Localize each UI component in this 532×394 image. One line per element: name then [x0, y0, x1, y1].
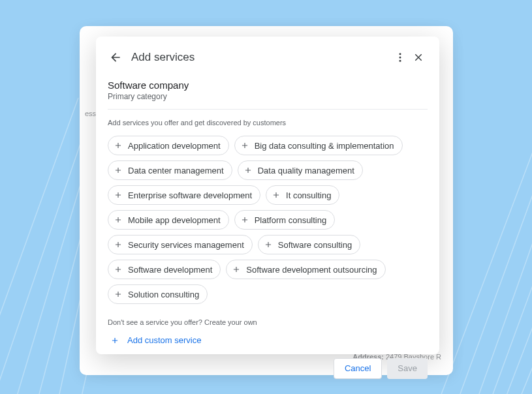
service-chip[interactable]: Software development: [108, 260, 221, 279]
divider: [108, 109, 428, 110]
company-name: Software company: [108, 80, 428, 91]
plus-icon: [114, 290, 123, 299]
cancel-label: Cancel: [345, 363, 371, 373]
plus-icon: [114, 215, 123, 224]
plus-icon: [110, 336, 119, 345]
arrow-back-icon: [109, 51, 122, 64]
services-hint: Add services you offer and get discovere…: [108, 119, 428, 127]
service-chip-label: Software development outsourcing: [246, 265, 377, 275]
svg-line-10: [496, 280, 532, 394]
service-chip[interactable]: Software consulting: [258, 235, 360, 254]
plus-icon: [240, 215, 249, 224]
service-chip-label: It consulting: [286, 190, 331, 200]
svg-line-7: [457, 144, 532, 394]
primary-category-label: Primary category: [108, 92, 428, 101]
service-chip-label: Software development: [128, 265, 212, 275]
service-chip-label: Platform consulting: [255, 215, 327, 225]
close-button[interactable]: [409, 48, 428, 67]
bg-text: ess: [85, 110, 96, 117]
plus-icon: [264, 240, 273, 249]
service-chip-label: Enterprise software development: [128, 190, 252, 200]
add-custom-service-button[interactable]: Add custom service: [108, 335, 201, 345]
cancel-button[interactable]: Cancel: [334, 358, 382, 379]
back-button[interactable]: [108, 50, 123, 65]
save-label: Save: [398, 363, 417, 373]
plus-icon: [114, 166, 123, 175]
svg-line-11: [509, 326, 532, 394]
add-custom-service-label: Add custom service: [127, 335, 201, 345]
service-chips-container: Application developmentBig data consulti…: [108, 136, 428, 304]
service-chip[interactable]: Data quality management: [238, 160, 363, 180]
service-chip-label: Data center management: [128, 166, 224, 175]
service-chip-label: Application development: [128, 141, 221, 151]
service-chip[interactable]: It consulting: [266, 185, 339, 205]
svg-line-1: [0, 130, 85, 394]
service-chip-label: Data quality management: [258, 166, 354, 175]
more-vert-icon: [394, 52, 406, 63]
svg-point-13: [399, 53, 401, 55]
svg-line-9: [483, 235, 532, 394]
plus-icon: [114, 265, 123, 274]
close-icon: [413, 52, 424, 63]
plus-icon: [114, 190, 123, 200]
service-chip[interactable]: Mobile app development: [108, 210, 229, 230]
service-chip[interactable]: Security services management: [108, 235, 253, 254]
svg-line-0: [0, 98, 78, 394]
service-chip-label: Security services management: [128, 240, 244, 250]
plus-icon: [114, 141, 123, 150]
modal-header: Add services: [108, 48, 428, 67]
modal-title: Add services: [131, 51, 391, 64]
service-chip[interactable]: Big data consulting & implementation: [234, 136, 403, 155]
plus-icon: [114, 240, 123, 249]
svg-point-14: [399, 57, 401, 59]
service-chip[interactable]: Enterprise software development: [108, 185, 260, 205]
service-chip[interactable]: Application development: [108, 136, 229, 155]
svg-line-8: [470, 189, 532, 394]
service-chip-label: Mobile app development: [128, 215, 221, 225]
service-chip[interactable]: Software development outsourcing: [226, 260, 385, 279]
service-chip[interactable]: Data center management: [108, 160, 232, 180]
plus-icon: [243, 166, 253, 175]
plus-icon: [272, 190, 281, 200]
service-chip[interactable]: Platform consulting: [234, 210, 336, 230]
plus-icon: [232, 265, 241, 274]
custom-service-hint: Don't see a service you offer? Create yo…: [108, 318, 428, 326]
service-chip-label: Big data consulting & implementation: [255, 141, 394, 151]
add-services-modal: Add services Software company Primary ca…: [96, 37, 439, 354]
plus-icon: [240, 141, 249, 150]
svg-line-2: [7, 170, 85, 394]
save-button: Save: [387, 358, 428, 379]
svg-line-3: [26, 209, 88, 394]
svg-point-15: [399, 60, 401, 62]
more-options-button[interactable]: [391, 48, 409, 67]
service-chip-label: Solution consulting: [128, 290, 199, 299]
modal-footer: Cancel Save: [108, 348, 428, 379]
service-chip-label: Software consulting: [278, 240, 352, 250]
service-chip[interactable]: Solution consulting: [108, 284, 208, 304]
